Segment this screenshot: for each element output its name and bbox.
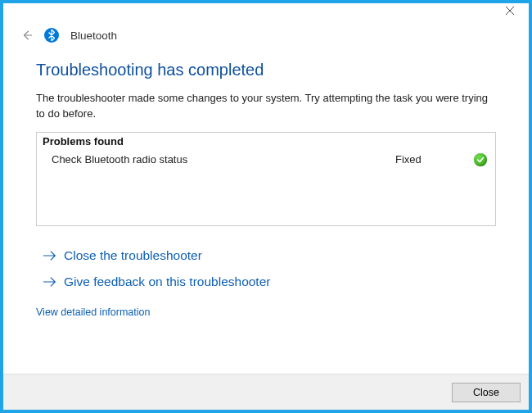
arrow-right-icon [43, 276, 57, 288]
give-feedback-label: Give feedback on this troubleshooter [64, 275, 270, 289]
header: Bluetooth [21, 28, 496, 43]
problems-box: Problems found Check Bluetooth radio sta… [36, 132, 496, 226]
page-title: Bluetooth [70, 30, 117, 42]
problem-status: Fixed [395, 153, 469, 166]
close-troubleshooter-link[interactable]: Close the troubleshooter [36, 243, 496, 269]
close-troubleshooter-label: Close the troubleshooter [64, 248, 202, 263]
window-close-button[interactable] [491, 0, 529, 21]
troubleshooter-window: Bluetooth Troubleshooting has completed … [0, 0, 532, 413]
problem-name: Check Bluetooth radio status [45, 153, 395, 166]
close-button[interactable]: Close [452, 383, 521, 402]
problem-status-icon [469, 153, 487, 166]
view-detailed-link[interactable]: View detailed information [36, 306, 496, 318]
arrow-right-icon [43, 250, 57, 261]
close-icon [506, 7, 514, 15]
checkmark-icon [474, 153, 487, 166]
back-arrow-icon [21, 30, 33, 41]
back-button[interactable] [21, 30, 33, 41]
description: The troubleshooter made some changes to … [36, 91, 496, 122]
content-area: Bluetooth Troubleshooting has completed … [3, 28, 529, 374]
problems-header: Problems found [37, 133, 495, 150]
titlebar [3, 3, 529, 28]
give-feedback-link[interactable]: Give feedback on this troubleshooter [36, 269, 496, 295]
problem-row: Check Bluetooth radio status Fixed [37, 150, 495, 170]
footer: Close [3, 374, 529, 410]
heading: Troubleshooting has completed [36, 61, 496, 79]
bluetooth-icon [44, 28, 59, 43]
